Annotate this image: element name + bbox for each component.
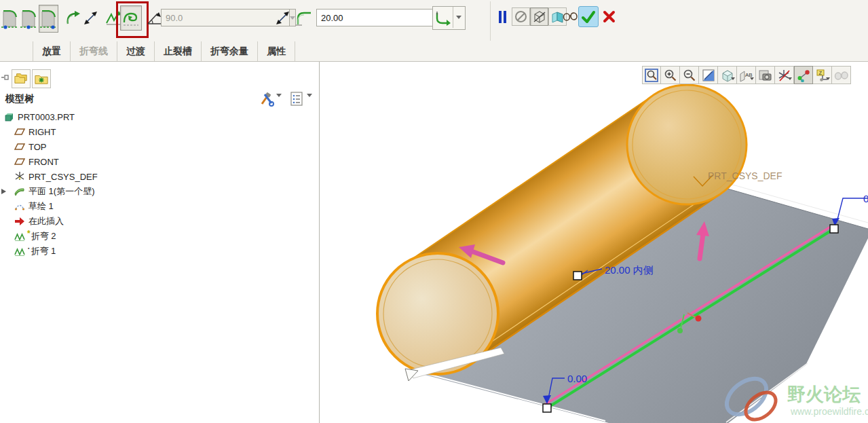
pause-button[interactable] — [497, 10, 508, 24]
panel-collapse-handle[interactable] — [1, 73, 9, 84]
feature-badge: ▪ — [28, 246, 29, 251]
model-tree: PRT0003.PRT RIGHT TOP FRONT PRT_CSYS_DEF — [0, 109, 318, 259]
zoom-in-button[interactable] — [661, 66, 680, 84]
tree-item-sketch[interactable]: 草绘 1 — [0, 199, 318, 214]
x-icon — [603, 10, 616, 23]
tree-item-label: RIGHT — [29, 127, 56, 137]
flip-fixed-side-button[interactable] — [275, 10, 290, 26]
roll-bend-icon — [122, 10, 140, 27]
saved-views-button[interactable]: AB — [737, 66, 756, 84]
zoom-fit-button[interactable] — [642, 66, 661, 84]
bend-side-icon — [435, 10, 451, 26]
wireframe-preview-button[interactable] — [530, 7, 548, 26]
tree-item-top[interactable]: TOP — [0, 139, 318, 154]
tab-bend-line: 折弯线 — [71, 41, 117, 61]
graphics-viewport[interactable]: PRT_CSYS_DEF — [320, 62, 868, 423]
tree-item-right[interactable]: RIGHT — [0, 124, 318, 139]
bend-side-button[interactable] — [433, 7, 453, 28]
tab-relief[interactable]: 止裂槽 — [155, 41, 202, 61]
wireframe-preview-icon — [533, 10, 546, 24]
creo-sheetmetal-window: 放置 折弯线 过渡 止裂槽 折弯余量 属性 模型树 — [0, 0, 868, 423]
ok-button[interactable] — [578, 6, 599, 27]
bend-position-outer-icon — [1, 8, 18, 30]
bend-feature-icon — [14, 246, 26, 257]
svg-text:0.00: 0.00 — [567, 373, 587, 384]
no-preview-icon — [514, 10, 527, 23]
repaint-icon — [702, 69, 715, 82]
bend-direction-button[interactable] — [64, 9, 81, 27]
tree-item-bend2[interactable]: * 折弯 2 — [0, 229, 318, 244]
radius-drag-handle[interactable] — [573, 272, 582, 280]
tree-tools-button[interactable] — [259, 92, 275, 108]
right-drag-handle[interactable] — [830, 225, 838, 233]
3d-glasses-icon — [834, 70, 848, 81]
chevron-down-icon — [826, 77, 830, 82]
bend-angle-input — [161, 9, 289, 26]
point-display-button[interactable] — [794, 66, 813, 84]
tab-placement[interactable]: 放置 — [33, 41, 71, 61]
cancel-button[interactable] — [601, 9, 617, 24]
bend-position-inner-button[interactable] — [39, 5, 58, 33]
bend-angle-icon — [147, 11, 162, 26]
bend-radius-input[interactable] — [316, 9, 445, 26]
no-preview-button[interactable] — [512, 7, 530, 26]
flip-direction-button[interactable] — [83, 10, 98, 26]
bend-position-middle-button[interactable] — [20, 6, 38, 31]
svg-text:20.00 内侧: 20.00 内侧 — [605, 264, 654, 276]
tree-item-label: PRT0003.PRT — [18, 112, 75, 122]
datum-plane-icon — [14, 141, 26, 152]
datum-plane-icon — [14, 156, 26, 167]
tree-insert-marker — [1, 188, 7, 195]
tab-transition[interactable]: 过渡 — [117, 41, 155, 61]
display-style-button[interactable] — [718, 66, 737, 84]
folder-star-icon — [34, 72, 49, 86]
glasses-preview-button[interactable] — [563, 11, 578, 22]
bend-radius-button[interactable] — [295, 8, 314, 28]
svg-text:Z: Z — [818, 70, 822, 76]
bend-radius-combo[interactable] — [316, 9, 427, 26]
roll-bend-button[interactable] — [120, 5, 142, 31]
bend-direction-icon — [65, 10, 81, 26]
tree-item-first-wall[interactable]: 平面 1(第一个壁) — [0, 184, 318, 199]
tree-filters-button[interactable] — [289, 92, 305, 108]
chevron-down-icon — [788, 77, 792, 82]
model-scene[interactable]: PRT_CSYS_DEF — [320, 62, 868, 423]
bend-position-inner-icon — [40, 8, 57, 30]
chevron-down-icon — [731, 77, 735, 82]
new-folder-tab[interactable] — [32, 69, 51, 88]
dashboard-tabs: 放置 折弯线 过渡 止裂槽 折弯余量 属性 — [33, 41, 295, 61]
zoom-out-icon — [683, 69, 696, 82]
zoom-in-icon — [664, 69, 677, 82]
datum-display-button[interactable] — [775, 66, 794, 84]
camera-icon — [759, 69, 772, 82]
bend-side-dropdown[interactable] — [453, 7, 464, 28]
tree-item-label: PRT_CSYS_DEF — [29, 172, 98, 182]
left-drag-handle[interactable] — [543, 404, 551, 412]
point-display-icon — [797, 69, 810, 82]
tree-item-label: 草绘 1 — [29, 200, 54, 213]
tree-item-csys[interactable]: PRT_CSYS_DEF — [0, 169, 318, 184]
tools-icon — [259, 92, 274, 107]
tab-properties[interactable]: 属性 — [258, 41, 295, 61]
csys-label[interactable]: PRT_CSYS_DEF — [708, 170, 782, 181]
view-capture-button[interactable] — [756, 66, 775, 84]
tree-filters-dropdown[interactable] — [307, 97, 312, 107]
pinned-folders-tab[interactable] — [12, 69, 31, 88]
tree-item-insert-here[interactable]: 在此插入 — [0, 214, 318, 229]
panel-title: 模型树 — [5, 93, 34, 105]
glasses-icon — [563, 12, 578, 22]
bend-position-outer-button[interactable] — [1, 6, 19, 31]
tree-item-label: FRONT — [29, 157, 59, 167]
folders-icon — [14, 72, 29, 86]
tree-item-bend1[interactable]: ▪ 折弯 1 — [0, 244, 318, 259]
tree-item-part[interactable]: PRT0003.PRT — [0, 109, 318, 124]
repaint-button[interactable] — [699, 66, 718, 84]
tree-item-label: 在此插入 — [29, 215, 64, 227]
csys-display-button[interactable]: Z — [813, 66, 832, 84]
tab-bend-allowance[interactable]: 折弯余量 — [202, 41, 258, 61]
tree-item-front[interactable]: FRONT — [0, 154, 318, 169]
bend-position-middle-icon — [20, 8, 37, 30]
zoom-out-button[interactable] — [680, 66, 699, 84]
tree-tools-dropdown[interactable] — [276, 97, 282, 107]
3d-glasses-button[interactable] — [832, 66, 851, 84]
